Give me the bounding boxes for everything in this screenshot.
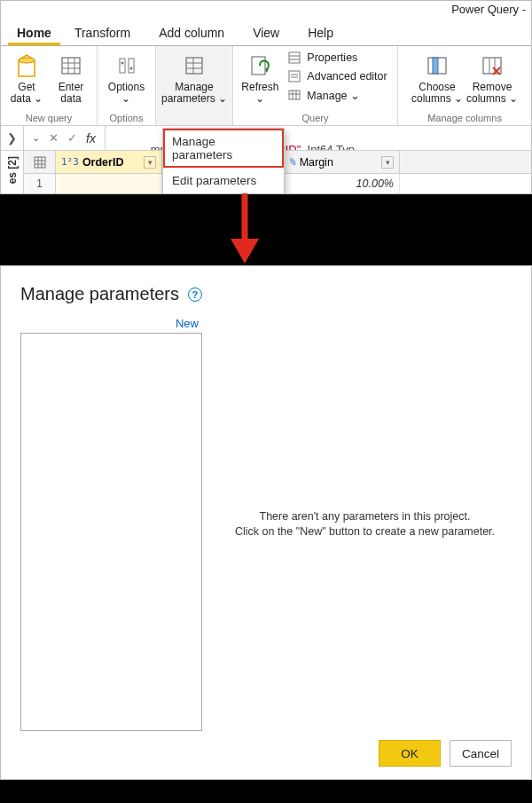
choose-columns-icon: [423, 51, 451, 80]
get-data-label: Get data ⌄: [11, 82, 43, 106]
table-icon: [34, 156, 46, 169]
manage-icon: [287, 88, 301, 102]
menu-edit-parameters[interactable]: Edit parameters: [163, 168, 284, 193]
menu-manage-parameters[interactable]: Manage parameters: [163, 129, 284, 168]
manage-parameters-dialog: Manage parameters ? New There aren't any…: [0, 265, 532, 780]
parameter-list[interactable]: [20, 333, 202, 731]
options-label: Options ⌄: [108, 82, 145, 106]
empty-state: There aren't any parameters in this proj…: [218, 317, 512, 731]
column-filter-icon[interactable]: ▾: [381, 156, 394, 169]
tab-view[interactable]: View: [239, 20, 293, 45]
svg-point-9: [129, 67, 132, 70]
annotation-arrow: [0, 194, 532, 265]
get-data-button[interactable]: Get data ⌄: [6, 50, 47, 106]
get-data-icon: [12, 51, 41, 80]
power-query-window: Power Query - Home Transform Add column …: [0, 0, 532, 194]
svg-rect-16: [289, 52, 300, 63]
svg-rect-22: [289, 91, 300, 99]
svg-rect-27: [433, 58, 438, 74]
refresh-icon: [246, 51, 274, 80]
svg-rect-10: [186, 58, 202, 74]
group-options: Options: [98, 112, 155, 125]
svg-marker-39: [231, 239, 259, 264]
svg-rect-7: [129, 59, 134, 73]
options-icon: [113, 51, 141, 80]
enter-data-label: Enter data: [59, 82, 84, 106]
formula-commit-icon[interactable]: ✓: [66, 131, 79, 145]
manage-parameters-menu: Manage parameters Edit parameters New pa…: [162, 128, 285, 194]
fx-icon[interactable]: fx: [84, 131, 99, 146]
properties-label: Properties: [307, 51, 357, 64]
svg-rect-19: [289, 71, 300, 82]
manage-label: Manage ⌄: [307, 89, 360, 102]
remove-columns-icon: [478, 51, 506, 80]
properties-icon: [287, 51, 301, 65]
advanced-editor-label: Advanced editor: [307, 70, 387, 83]
svg-point-0: [19, 58, 35, 63]
column-filter-icon[interactable]: ▾: [144, 156, 156, 169]
advanced-editor-icon: [287, 69, 301, 83]
cancel-button[interactable]: Cancel: [450, 740, 512, 767]
dialog-title: Manage parameters: [20, 284, 179, 304]
menu-bar: Home Transform Add column View Help: [1, 16, 531, 46]
enter-data-button[interactable]: Enter data: [51, 50, 91, 106]
svg-rect-28: [483, 58, 501, 74]
empty-line-1: There aren't any parameters in this proj…: [260, 510, 471, 523]
tab-help[interactable]: Help: [293, 20, 348, 45]
manage-button[interactable]: Manage ⌄: [284, 87, 390, 103]
manage-parameters-icon: [180, 51, 208, 80]
ribbon: Get data ⌄ Enter data New query Option: [1, 46, 531, 126]
formula-expand-icon[interactable]: ⌄: [29, 132, 42, 144]
chevron-right-icon: ❯: [7, 131, 17, 145]
choose-columns-label: Choose columns ⌄: [411, 82, 463, 106]
percent-type-icon: %: [290, 156, 296, 168]
queries-pane-toggle[interactable]: ❯: [1, 126, 24, 150]
new-parameter-link[interactable]: New: [20, 317, 202, 333]
manage-parameters-label: Manage parameters ⌄: [161, 82, 227, 106]
column-margin-label: Margin: [300, 156, 333, 169]
properties-button[interactable]: Properties: [284, 50, 390, 66]
svg-rect-6: [120, 59, 125, 73]
tab-home[interactable]: Home: [8, 20, 60, 45]
group-manage-columns: Manage columns: [398, 112, 531, 125]
manage-parameters-button[interactable]: Manage parameters ⌄: [161, 50, 227, 106]
ok-button[interactable]: OK: [379, 740, 441, 767]
window-title: Power Query -: [1, 1, 531, 16]
advanced-editor-button[interactable]: Advanced editor: [284, 68, 390, 84]
svg-point-8: [121, 62, 123, 65]
column-orderid-label: OrderID: [82, 156, 124, 169]
remove-columns-label: Remove columns ⌄: [466, 82, 518, 106]
empty-line-2: Click on the "New" button to create a ne…: [235, 525, 495, 538]
formula-cancel-icon[interactable]: ✕: [47, 131, 60, 145]
svg-rect-33: [35, 157, 45, 168]
enter-data-icon: [57, 51, 85, 80]
group-new-query: New query: [1, 112, 97, 125]
options-button[interactable]: Options ⌄: [106, 50, 147, 106]
refresh-label: Refresh ⌄: [241, 82, 278, 106]
choose-columns-button[interactable]: Choose columns ⌄: [411, 50, 463, 106]
remove-columns-button[interactable]: Remove columns ⌄: [466, 50, 518, 106]
tab-transform[interactable]: Transform: [60, 20, 145, 45]
svg-rect-14: [252, 57, 265, 75]
help-icon[interactable]: ?: [188, 287, 202, 302]
group-query: Query: [233, 112, 397, 125]
refresh-button[interactable]: Refresh ⌄: [239, 50, 280, 106]
tab-add-column[interactable]: Add column: [145, 20, 239, 45]
number-type-icon: 1²3: [61, 156, 79, 168]
svg-rect-1: [62, 58, 80, 74]
